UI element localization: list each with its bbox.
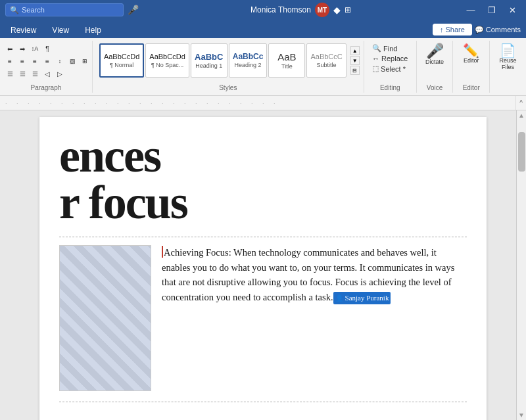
align-left-btn[interactable]: ≡ (4, 56, 16, 66)
dictate-button[interactable]: 🎤 Dictate (420, 42, 449, 67)
document-heading: ences r focus (39, 117, 487, 229)
paragraph-label: Paragraph (31, 83, 62, 91)
scrollbar-thumb[interactable] (518, 132, 525, 172)
titlebar-left: 🔍 Search 🎤 (5, 3, 139, 16)
doc-separator (59, 237, 467, 237)
comment-badge[interactable]: 👤 Sanjay Puranik (333, 292, 391, 304)
share-label: Share (445, 26, 464, 34)
doc-text-content[interactable]: Achieving Focus: When technology communi… (162, 245, 467, 391)
comments-button[interactable]: 💬 Comments (475, 26, 521, 34)
heading-line1: ences (59, 130, 467, 182)
ruler-bar: · · · · · · · · · · · · · · · · · · · · … (0, 96, 526, 110)
increase-indent-btn[interactable]: ▷ (54, 68, 66, 79)
style-subtitle-label: Subtitle (317, 62, 337, 68)
editor-icon: ✏️ (463, 44, 479, 57)
minimize-button[interactable]: — (463, 3, 479, 16)
editor-label: Editor (464, 57, 479, 64)
doc-body: Achieving Focus: When technology communi… (39, 245, 487, 391)
multilevel-btn[interactable]: ☰ (29, 68, 41, 79)
replace-label: Replace (381, 55, 408, 62)
pilcrow-btn[interactable]: ¶ (41, 43, 53, 54)
sort-btn[interactable]: ↕A (29, 43, 41, 54)
line-spacing-btn[interactable]: ↕ (54, 56, 66, 66)
reuse-files-icon: 📄 (500, 44, 516, 57)
editor-group-label: Editor (463, 83, 480, 91)
align-center-btn[interactable]: ≡ (16, 56, 28, 66)
search-icon: 🔍 (10, 6, 19, 14)
shading-btn[interactable]: ▨ (66, 56, 78, 66)
style-normal[interactable]: AaBbCcDd ¶ Normal (99, 43, 144, 78)
grid-icon: ⊞ (345, 5, 351, 14)
ribbon-tab-right: ↑ Share 💬 Comments (433, 24, 526, 38)
comments-icon: 💬 (475, 26, 484, 34)
gallery-more-btn[interactable]: ⊟ (350, 66, 360, 75)
numbering-btn[interactable]: ☰ (16, 68, 28, 79)
gallery-up-btn[interactable]: ▲ (350, 46, 360, 55)
select-label: Select * (381, 65, 406, 73)
borders-btn[interactable]: ⊞ (79, 56, 91, 66)
style-heading2[interactable]: AaBbCc Heading 2 (229, 43, 268, 78)
style-title-preview: AaB (277, 52, 296, 62)
doc-image-inner (60, 246, 151, 390)
decrease-indent-btn[interactable]: ◁ (41, 68, 53, 79)
editing-label: Editing (380, 83, 400, 91)
reuse-files-button[interactable]: 📄 Reuse Files (494, 42, 523, 72)
tab-review[interactable]: Review (3, 23, 44, 38)
style-subtitle[interactable]: AaBbCcC Subtitle (306, 43, 346, 78)
find-label: Find (383, 45, 397, 53)
paragraph-row3: ☰ ☰ ☰ ◁ ▷ (4, 68, 66, 79)
replace-btn[interactable]: ↔ Replace (370, 54, 410, 63)
style-subtitle-preview: AaBbCcC (310, 53, 342, 60)
ribbon-group-editor: ✏️ Editor Editor (453, 41, 490, 93)
ruler-content: · · · · · · · · · · · · · · · · · · · · … (5, 100, 279, 106)
share-button[interactable]: ↑ Share (433, 24, 472, 35)
text-cursor (162, 246, 163, 258)
ribbon-group-paragraph: ⬅ ➡ ↕A ¶ ≡ ≡ ≡ ≡ ↕ ▨ ⊞ ☰ ☰ ☰ ◁ ▷ Par (0, 41, 93, 93)
comment-user-icon: 👤 (335, 293, 343, 304)
style-heading2-label: Heading 2 (235, 62, 262, 68)
styles-label: Styles (219, 83, 237, 91)
ribbon-tabs: Review View Help ↑ Share 💬 Comments (0, 20, 526, 38)
align-right-btn[interactable]: ≡ (29, 56, 41, 66)
ribbon-group-reuse: 📄 Reuse Files (490, 41, 526, 93)
paragraph-row1: ⬅ ➡ ↕A ¶ (4, 43, 53, 54)
paragraph-row2: ≡ ≡ ≡ ≡ ↕ ▨ ⊞ (4, 56, 91, 66)
ribbon-group-editing: 🔍 Find ↔ Replace ⬚ Select * Editing (364, 41, 417, 93)
restore-button[interactable]: ❐ (484, 3, 500, 16)
dictate-label: Dictate (425, 58, 444, 65)
find-area: 🔍 Find ↔ Replace ⬚ Select * (368, 42, 412, 75)
search-placeholder: Search (22, 6, 45, 14)
comments-label: Comments (486, 26, 521, 34)
ribbon-collapse-button[interactable]: ^ (515, 96, 526, 110)
dictate-icon: 🎤 (426, 44, 444, 58)
ribbon-group-styles: AaBbCcDd ¶ Normal AaBbCcDd ¶ No Spac... … (93, 41, 364, 93)
document-page: ences r focus Achieving Focus: When tech… (39, 117, 487, 420)
style-no-spacing-preview: AaBbCcDd (149, 53, 185, 60)
heading-line2: r focus (59, 177, 467, 229)
align-justify-btn[interactable]: ≡ (41, 56, 53, 66)
indent-increase-btn[interactable]: ➡ (16, 43, 28, 54)
tab-view[interactable]: View (44, 23, 77, 38)
diamond-icon: ◆ (333, 5, 341, 15)
bullets-btn[interactable]: ☰ (4, 68, 16, 79)
select-btn[interactable]: ⬚ Select * (370, 64, 410, 74)
search-box[interactable]: 🔍 Search (5, 3, 124, 16)
replace-icon: ↔ (372, 55, 379, 62)
indent-decrease-btn[interactable]: ⬅ (4, 43, 16, 54)
style-heading1-label: Heading 1 (195, 62, 222, 69)
vertical-scrollbar[interactable]: ▲ ▼ (516, 110, 526, 420)
style-title[interactable]: AaB Title (268, 43, 305, 78)
tab-help[interactable]: Help (77, 23, 109, 38)
mic-icon[interactable]: 🎤 (128, 5, 139, 15)
reuse-files-label: Reuse Files (500, 57, 517, 70)
find-btn[interactable]: 🔍 Find (370, 43, 410, 53)
style-normal-preview: AaBbCcDd (104, 53, 139, 60)
style-no-spacing[interactable]: AaBbCcDd ¶ No Spac... (145, 43, 189, 78)
gallery-down-btn[interactable]: ▼ (350, 56, 360, 65)
style-title-label: Title (281, 63, 293, 70)
titlebar-right: — ❐ ✕ (463, 3, 521, 16)
close-button[interactable]: ✕ (505, 3, 521, 16)
style-heading1[interactable]: AaBbC Heading 1 (191, 43, 227, 78)
editor-button[interactable]: ✏️ Editor (457, 42, 486, 66)
user-name: Monica Thomson (251, 5, 311, 14)
